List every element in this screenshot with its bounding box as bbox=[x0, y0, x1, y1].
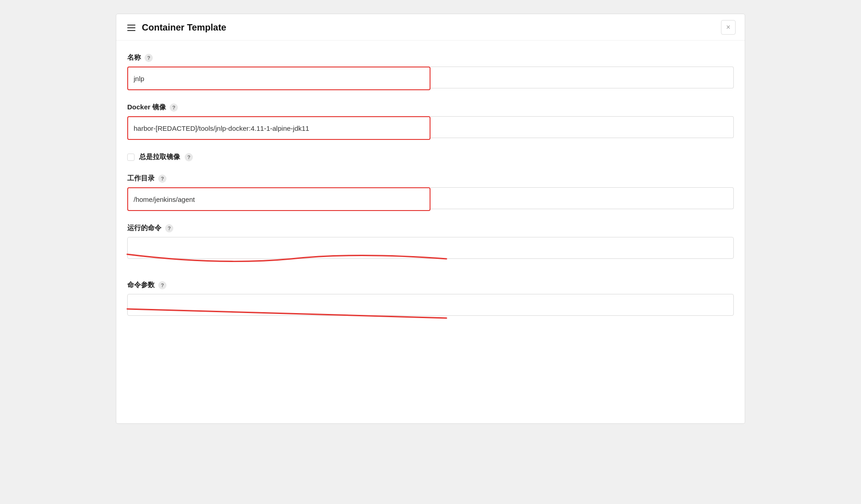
work-dir-section: 工作目录 ? bbox=[127, 174, 734, 211]
modal-header: Container Template × bbox=[116, 14, 745, 41]
name-section: 名称 ? bbox=[127, 53, 734, 90]
run-command-label: 运行的命令 ? bbox=[127, 224, 734, 232]
run-command-input[interactable] bbox=[127, 237, 734, 259]
container-template-modal: Container Template × 名称 ? Docker 镜像 bbox=[116, 14, 745, 424]
work-dir-input-wrapper bbox=[127, 187, 430, 211]
docker-image-input[interactable] bbox=[128, 117, 430, 139]
work-dir-label-text: 工作目录 bbox=[127, 174, 155, 183]
docker-image-label: Docker 镜像 ? bbox=[127, 103, 734, 112]
command-args-label: 命令参数 ? bbox=[127, 281, 734, 289]
docker-image-label-text: Docker 镜像 bbox=[127, 103, 166, 112]
docker-image-right-spacer bbox=[430, 116, 734, 140]
modal-title: Container Template bbox=[142, 22, 226, 33]
modal-body: 名称 ? Docker 镜像 ? bbox=[116, 41, 745, 341]
name-input-right[interactable] bbox=[430, 67, 734, 88]
name-input[interactable] bbox=[128, 67, 430, 89]
name-input-wrapper bbox=[127, 67, 430, 90]
work-dir-input[interactable] bbox=[128, 188, 430, 210]
name-label-text: 名称 bbox=[127, 53, 141, 62]
work-dir-help-icon[interactable]: ? bbox=[158, 175, 166, 183]
close-button[interactable]: × bbox=[721, 20, 736, 35]
run-command-section: 运行的命令 ? bbox=[127, 224, 734, 259]
command-args-input[interactable] bbox=[127, 294, 734, 316]
work-dir-label: 工作目录 ? bbox=[127, 174, 734, 183]
always-pull-help-icon[interactable]: ? bbox=[185, 153, 193, 161]
work-dir-input-right[interactable] bbox=[430, 187, 734, 209]
always-pull-section: 总是拉取镜像 ? bbox=[127, 153, 734, 161]
always-pull-row: 总是拉取镜像 ? bbox=[127, 153, 734, 161]
docker-image-section: Docker 镜像 ? bbox=[127, 103, 734, 140]
command-args-help-icon[interactable]: ? bbox=[158, 281, 166, 289]
command-args-label-text: 命令参数 bbox=[127, 281, 155, 289]
menu-icon[interactable] bbox=[127, 25, 135, 31]
command-args-section: 命令参数 ? bbox=[127, 281, 734, 316]
docker-image-help-icon[interactable]: ? bbox=[170, 103, 178, 112]
docker-image-input-wrapper bbox=[127, 116, 430, 140]
name-help-icon[interactable]: ? bbox=[145, 54, 153, 62]
work-dir-right-spacer bbox=[430, 187, 734, 211]
docker-image-input-right[interactable] bbox=[430, 116, 734, 138]
name-label: 名称 ? bbox=[127, 53, 734, 62]
run-command-help-icon[interactable]: ? bbox=[165, 224, 173, 232]
always-pull-checkbox[interactable] bbox=[127, 154, 135, 161]
run-command-label-text: 运行的命令 bbox=[127, 224, 161, 232]
always-pull-label: 总是拉取镜像 bbox=[139, 153, 180, 161]
name-right-spacer bbox=[430, 67, 734, 90]
